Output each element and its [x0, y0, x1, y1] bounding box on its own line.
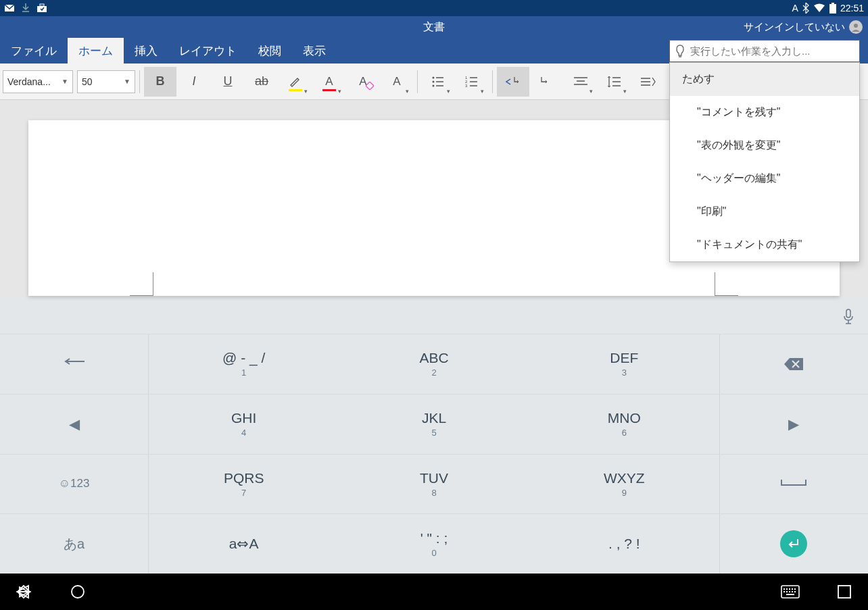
svg-rect-40: [783, 591, 785, 592]
font-name-value: Verdana...: [7, 76, 51, 87]
font-size-value: 50: [82, 76, 93, 87]
android-status-bar: A 22:51: [0, 0, 868, 16]
key-emoji-123[interactable]: ☺123: [0, 455, 149, 514]
font-name-select[interactable]: Verdana... ▼: [3, 70, 73, 93]
tellme-item-0[interactable]: "コメントを残す": [670, 96, 859, 129]
wifi-icon: [813, 3, 825, 13]
clear-format-button[interactable]: A: [347, 67, 379, 97]
key-9[interactable]: WXYZ9: [529, 455, 719, 514]
line-spacing-button[interactable]: [598, 67, 631, 97]
signin-status[interactable]: サインインしていない: [744, 20, 863, 34]
signin-label: サインインしていない: [744, 21, 845, 34]
svg-rect-42: [789, 591, 790, 592]
font-color-button[interactable]: A: [313, 67, 345, 97]
increase-indent-button[interactable]: [531, 67, 563, 97]
key-left[interactable]: ◀: [0, 395, 149, 454]
strikethrough-button[interactable]: ab: [245, 67, 278, 97]
tab-home[interactable]: ホーム: [68, 38, 124, 63]
key-language[interactable]: あa: [0, 514, 149, 574]
key-case-toggle[interactable]: a⇔A: [149, 514, 339, 574]
bluetooth-icon: [802, 3, 809, 14]
bold-button[interactable]: B: [144, 67, 176, 97]
italic-button[interactable]: I: [178, 67, 210, 97]
svg-point-8: [433, 80, 435, 82]
svg-marker-32: [18, 586, 28, 598]
svg-rect-3: [829, 4, 836, 14]
svg-rect-36: [786, 588, 788, 590]
tellme-item-1[interactable]: "表の外観を変更": [670, 129, 859, 162]
key-undo[interactable]: [0, 334, 149, 394]
font-size-select[interactable]: 50 ▼: [77, 70, 135, 93]
show-marks-button[interactable]: [632, 67, 665, 97]
svg-rect-35: [783, 588, 785, 590]
key-punct[interactable]: . , ? !: [529, 514, 719, 574]
mic-icon[interactable]: [842, 308, 854, 326]
clock-text: 22:51: [840, 3, 864, 14]
key-space[interactable]: [719, 455, 868, 514]
align-button[interactable]: [564, 67, 597, 97]
svg-rect-44: [794, 591, 796, 592]
mail-icon: [4, 3, 15, 13]
svg-point-10: [433, 84, 435, 86]
key-8[interactable]: TUV8: [339, 455, 529, 514]
nav-keyboard-icon[interactable]: [780, 582, 800, 602]
tellme-suggestion-menu: ためす "コメントを残す" "表の外観を変更" "ヘッダーの編集" "印刷" "…: [669, 62, 860, 262]
key-2[interactable]: ABC2: [339, 334, 529, 394]
lightbulb-icon: [674, 44, 686, 59]
document-title: 文書: [423, 20, 445, 34]
tab-layout[interactable]: レイアウト: [168, 38, 247, 63]
key-5[interactable]: JKL5: [339, 395, 529, 454]
key-3[interactable]: DEF3: [529, 334, 719, 394]
svg-rect-46: [838, 586, 850, 598]
tellme-input[interactable]: [690, 45, 855, 57]
svg-rect-4: [831, 3, 834, 4]
key-6[interactable]: MNO6: [529, 395, 719, 454]
avatar-icon: [849, 20, 863, 34]
svg-rect-43: [792, 591, 793, 592]
tab-view[interactable]: 表示: [292, 38, 337, 63]
svg-rect-38: [792, 588, 793, 590]
tellme-item-3[interactable]: "印刷": [670, 195, 859, 228]
nav-back-icon[interactable]: [14, 582, 34, 602]
change-case-button[interactable]: A: [381, 67, 413, 97]
tellme-input-box[interactable]: [669, 40, 860, 62]
bullets-button[interactable]: [422, 67, 454, 97]
key-0[interactable]: ' " : ;0: [339, 514, 529, 574]
key-4[interactable]: GHI4: [149, 395, 339, 454]
svg-rect-2: [40, 4, 44, 6]
key-right[interactable]: ▶: [719, 395, 868, 454]
key-7[interactable]: PQRS7: [149, 455, 339, 514]
svg-point-33: [72, 586, 84, 598]
tellme-item-4[interactable]: "ドキュメントの共有": [670, 228, 859, 261]
android-nav-bar: [0, 574, 868, 610]
decrease-indent-button[interactable]: [497, 67, 529, 97]
underline-button[interactable]: U: [212, 67, 244, 97]
nav-recents-icon[interactable]: [834, 582, 854, 602]
keyboard-suggestion-strip: [0, 300, 868, 334]
download-icon: [22, 3, 30, 13]
tellme-item-2[interactable]: "ヘッダーの編集": [670, 162, 859, 195]
key-1[interactable]: @ - _ /1: [149, 334, 339, 394]
title-bar: 文書 サインインしていない: [0, 16, 868, 38]
tab-review[interactable]: 校閲: [247, 38, 292, 63]
nav-home-icon[interactable]: [68, 582, 88, 602]
svg-rect-37: [789, 588, 790, 590]
briefcase-icon: [37, 3, 47, 13]
battery-icon: [829, 3, 836, 14]
onscreen-keyboard: @ - _ /1 ABC2 DEF3 ◀ GHI4 JKL5 MNO6 ▶ ☺1…: [0, 334, 868, 574]
svg-point-5: [854, 24, 858, 28]
svg-rect-28: [846, 309, 850, 317]
svg-rect-41: [786, 591, 788, 592]
numbering-button[interactable]: 123: [456, 67, 488, 97]
highlight-button[interactable]: [279, 67, 312, 97]
input-mode-indicator: A: [792, 3, 798, 14]
tab-insert[interactable]: 挿入: [124, 38, 168, 63]
svg-text:3: 3: [465, 84, 468, 88]
tellme-try-label: ためす: [670, 63, 859, 96]
svg-point-6: [433, 76, 435, 78]
tab-file[interactable]: ファイル: [0, 38, 68, 63]
key-enter[interactable]: [719, 514, 868, 574]
key-backspace[interactable]: [719, 334, 868, 394]
tellme-search: ためす "コメントを残す" "表の外観を変更" "ヘッダーの編集" "印刷" "…: [669, 40, 860, 262]
svg-rect-45: [786, 594, 794, 595]
